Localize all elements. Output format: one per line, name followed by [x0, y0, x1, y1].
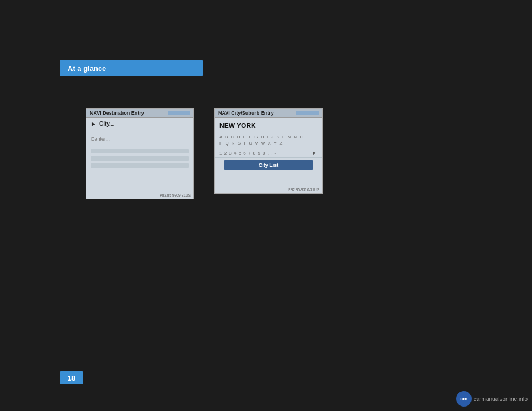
page-number: 18 [68, 374, 75, 382]
city-list-button-wrapper[interactable]: City List [215, 158, 322, 172]
navi-city-header: NAVI City/Suburb Entry [215, 109, 322, 118]
alphabet-row-1: A B C D E F G H I J K L M N O [219, 134, 318, 140]
navi-city-screen: NAVI City/Suburb Entry NEW YORK A B C D … [214, 108, 323, 194]
watermark: cm carmanualsonline.info [456, 391, 528, 407]
watermark-logo-text: cm [460, 396, 467, 402]
dest-line-3 [91, 163, 189, 168]
city-list-button[interactable]: City List [224, 160, 313, 170]
page-background: At a glance NAVI Destination Entry ► Cit… [0, 0, 532, 411]
navi-destination-header-bar [168, 111, 190, 115]
navi-destination-caption: P82.85-9309-31US [160, 193, 191, 197]
city-item-label: City... [99, 121, 114, 127]
watermark-site-text: carmanualsonline.info [474, 396, 528, 402]
number-row: 1 2 3 4 5 6 7 8 9 0 , . - [219, 151, 277, 156]
navi-city-header-bar [296, 111, 319, 115]
page-number-badge: 18 [60, 371, 83, 384]
navi-city-current-city: NEW YORK [215, 118, 322, 132]
current-city-label: NEW YORK [219, 122, 256, 130]
city-arrow-icon: ► [91, 121, 96, 127]
at-a-glance-banner: At a glance [60, 60, 203, 76]
dest-line-2 [91, 156, 189, 161]
navi-destination-screen: NAVI Destination Entry ► City... Center.… [86, 108, 194, 199]
navi-destination-center-item: Center... [86, 130, 193, 146]
navi-city-caption: P82.85-9310-31US [288, 188, 319, 192]
center-item-label: Center... [91, 136, 110, 142]
navi-city-numbers-section: 1 2 3 4 5 6 7 8 9 0 , . - ► [215, 148, 322, 158]
navi-destination-title: NAVI Destination Entry [90, 110, 144, 116]
city-list-label: City List [259, 162, 279, 168]
navi-destination-city-item[interactable]: ► City... [86, 118, 193, 130]
navi-city-alphabet-section: A B C D E F G H I J K L M N O P Q R S T … [215, 132, 322, 148]
watermark-logo: cm [456, 391, 472, 407]
at-a-glance-label: At a glance [68, 64, 106, 73]
navi-destination-lines [86, 146, 193, 173]
navi-city-title: NAVI City/Suburb Entry [218, 110, 274, 116]
navi-destination-header: NAVI Destination Entry [86, 109, 193, 118]
numbers-arrow-right-icon: ► [312, 150, 318, 156]
dest-line-1 [91, 149, 189, 153]
alphabet-row-2: P Q R S T U V W X Y Z [219, 140, 318, 146]
